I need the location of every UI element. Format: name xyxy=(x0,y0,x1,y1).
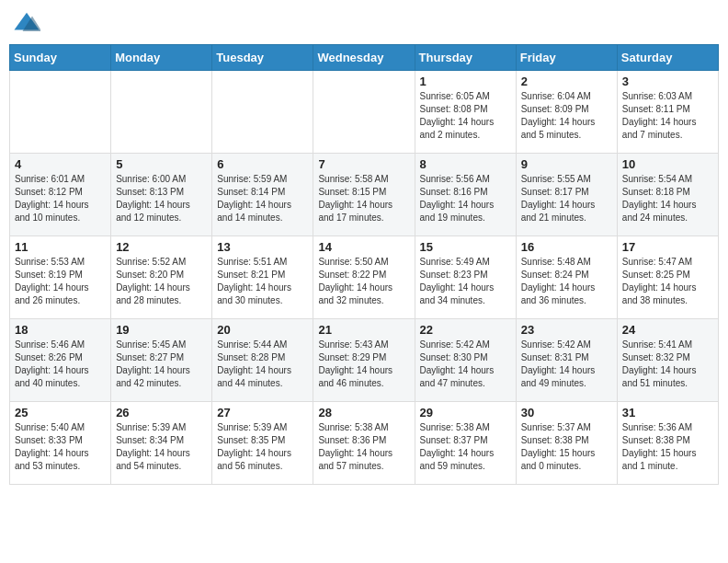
day-info: Sunrise: 6:05 AM Sunset: 8:08 PM Dayligh… xyxy=(420,90,511,142)
day-number: 20 xyxy=(217,323,308,337)
day-info: Sunrise: 5:43 AM Sunset: 8:29 PM Dayligh… xyxy=(318,339,409,390)
day-number: 19 xyxy=(116,323,207,337)
col-header-wednesday: Wednesday xyxy=(313,45,415,71)
calendar-cell xyxy=(10,71,111,154)
day-info: Sunrise: 5:46 AM Sunset: 8:26 PM Dayligh… xyxy=(15,339,106,390)
week-row-5: 25Sunrise: 5:40 AM Sunset: 8:33 PM Dayli… xyxy=(10,402,719,485)
calendar-cell: 13Sunrise: 5:51 AM Sunset: 8:21 PM Dayli… xyxy=(212,236,313,319)
day-info: Sunrise: 6:04 AM Sunset: 8:09 PM Dayligh… xyxy=(521,90,612,142)
day-info: Sunrise: 5:50 AM Sunset: 8:22 PM Dayligh… xyxy=(318,256,409,307)
week-row-3: 11Sunrise: 5:53 AM Sunset: 8:19 PM Dayli… xyxy=(10,236,719,319)
day-number: 21 xyxy=(318,323,409,337)
day-info: Sunrise: 5:54 AM Sunset: 8:18 PM Dayligh… xyxy=(622,173,713,224)
calendar-cell xyxy=(313,71,415,154)
day-info: Sunrise: 6:03 AM Sunset: 8:11 PM Dayligh… xyxy=(622,90,713,142)
calendar-cell: 7Sunrise: 5:58 AM Sunset: 8:15 PM Daylig… xyxy=(313,154,415,236)
calendar-cell: 9Sunrise: 5:55 AM Sunset: 8:17 PM Daylig… xyxy=(516,154,617,236)
calendar-cell: 31Sunrise: 5:36 AM Sunset: 8:38 PM Dayli… xyxy=(617,402,718,485)
day-info: Sunrise: 5:47 AM Sunset: 8:25 PM Dayligh… xyxy=(622,256,713,307)
day-info: Sunrise: 5:45 AM Sunset: 8:27 PM Dayligh… xyxy=(116,339,207,390)
day-info: Sunrise: 5:55 AM Sunset: 8:17 PM Dayligh… xyxy=(521,173,612,224)
calendar-cell: 11Sunrise: 5:53 AM Sunset: 8:19 PM Dayli… xyxy=(10,236,111,319)
day-number: 5 xyxy=(116,157,207,171)
day-info: Sunrise: 5:59 AM Sunset: 8:14 PM Dayligh… xyxy=(217,173,308,224)
day-number: 31 xyxy=(622,406,713,419)
day-number: 16 xyxy=(521,240,612,254)
day-number: 3 xyxy=(622,75,713,88)
day-number: 29 xyxy=(420,406,511,419)
day-info: Sunrise: 5:48 AM Sunset: 8:24 PM Dayligh… xyxy=(521,256,612,307)
day-info: Sunrise: 5:36 AM Sunset: 8:38 PM Dayligh… xyxy=(622,421,713,473)
calendar-header-row: SundayMondayTuesdayWednesdayThursdayFrid… xyxy=(10,45,719,71)
calendar-cell: 14Sunrise: 5:50 AM Sunset: 8:22 PM Dayli… xyxy=(313,236,415,319)
calendar-cell: 8Sunrise: 5:56 AM Sunset: 8:16 PM Daylig… xyxy=(415,154,516,236)
calendar-cell xyxy=(212,71,313,154)
col-header-saturday: Saturday xyxy=(617,45,718,71)
day-number: 30 xyxy=(521,406,612,419)
calendar-cell: 3Sunrise: 6:03 AM Sunset: 8:11 PM Daylig… xyxy=(617,71,718,154)
calendar-cell: 1Sunrise: 6:05 AM Sunset: 8:08 PM Daylig… xyxy=(415,71,516,154)
day-info: Sunrise: 5:51 AM Sunset: 8:21 PM Dayligh… xyxy=(217,256,308,307)
day-number: 12 xyxy=(116,240,207,254)
week-row-4: 18Sunrise: 5:46 AM Sunset: 8:26 PM Dayli… xyxy=(10,319,719,402)
calendar-cell: 18Sunrise: 5:46 AM Sunset: 8:26 PM Dayli… xyxy=(10,319,111,402)
calendar-cell: 27Sunrise: 5:39 AM Sunset: 8:35 PM Dayli… xyxy=(212,402,313,485)
day-info: Sunrise: 5:40 AM Sunset: 8:33 PM Dayligh… xyxy=(15,421,106,473)
col-header-monday: Monday xyxy=(111,45,212,71)
day-info: Sunrise: 5:49 AM Sunset: 8:23 PM Dayligh… xyxy=(420,256,511,307)
day-info: Sunrise: 5:53 AM Sunset: 8:19 PM Dayligh… xyxy=(15,256,106,307)
day-number: 22 xyxy=(420,323,511,337)
calendar-cell: 15Sunrise: 5:49 AM Sunset: 8:23 PM Dayli… xyxy=(415,236,516,319)
calendar-cell: 23Sunrise: 5:42 AM Sunset: 8:31 PM Dayli… xyxy=(516,319,617,402)
calendar-cell: 22Sunrise: 5:42 AM Sunset: 8:30 PM Dayli… xyxy=(415,319,516,402)
day-info: Sunrise: 5:38 AM Sunset: 8:37 PM Dayligh… xyxy=(420,421,511,473)
page-header xyxy=(9,9,719,37)
day-number: 28 xyxy=(318,406,409,419)
calendar-cell: 30Sunrise: 5:37 AM Sunset: 8:38 PM Dayli… xyxy=(516,402,617,485)
calendar-cell: 20Sunrise: 5:44 AM Sunset: 8:28 PM Dayli… xyxy=(212,319,313,402)
day-number: 13 xyxy=(217,240,308,254)
day-info: Sunrise: 5:37 AM Sunset: 8:38 PM Dayligh… xyxy=(521,421,612,473)
col-header-friday: Friday xyxy=(516,45,617,71)
day-number: 25 xyxy=(15,406,106,419)
day-number: 15 xyxy=(420,240,511,254)
day-number: 10 xyxy=(622,157,713,171)
day-number: 23 xyxy=(521,323,612,337)
day-number: 14 xyxy=(318,240,409,254)
calendar-cell: 2Sunrise: 6:04 AM Sunset: 8:09 PM Daylig… xyxy=(516,71,617,154)
day-number: 17 xyxy=(622,240,713,254)
calendar-cell: 21Sunrise: 5:43 AM Sunset: 8:29 PM Dayli… xyxy=(313,319,415,402)
day-number: 7 xyxy=(318,157,409,171)
day-info: Sunrise: 5:56 AM Sunset: 8:16 PM Dayligh… xyxy=(420,173,511,224)
day-info: Sunrise: 6:00 AM Sunset: 8:13 PM Dayligh… xyxy=(116,173,207,224)
calendar-cell: 29Sunrise: 5:38 AM Sunset: 8:37 PM Dayli… xyxy=(415,402,516,485)
logo xyxy=(13,9,44,37)
day-info: Sunrise: 5:39 AM Sunset: 8:35 PM Dayligh… xyxy=(217,421,308,473)
day-info: Sunrise: 6:01 AM Sunset: 8:12 PM Dayligh… xyxy=(15,173,106,224)
day-info: Sunrise: 5:58 AM Sunset: 8:15 PM Dayligh… xyxy=(318,173,409,224)
col-header-tuesday: Tuesday xyxy=(212,45,313,71)
calendar-cell: 12Sunrise: 5:52 AM Sunset: 8:20 PM Dayli… xyxy=(111,236,212,319)
day-info: Sunrise: 5:52 AM Sunset: 8:20 PM Dayligh… xyxy=(116,256,207,307)
col-header-thursday: Thursday xyxy=(415,45,516,71)
day-info: Sunrise: 5:42 AM Sunset: 8:31 PM Dayligh… xyxy=(521,339,612,390)
col-header-sunday: Sunday xyxy=(10,45,111,71)
calendar-cell: 17Sunrise: 5:47 AM Sunset: 8:25 PM Dayli… xyxy=(617,236,718,319)
day-number: 27 xyxy=(217,406,308,419)
calendar-cell: 25Sunrise: 5:40 AM Sunset: 8:33 PM Dayli… xyxy=(10,402,111,485)
day-number: 24 xyxy=(622,323,713,337)
calendar-cell: 10Sunrise: 5:54 AM Sunset: 8:18 PM Dayli… xyxy=(617,154,718,236)
calendar-table: SundayMondayTuesdayWednesdayThursdayFrid… xyxy=(9,44,719,485)
logo-icon xyxy=(13,9,40,37)
day-number: 8 xyxy=(420,157,511,171)
day-number: 26 xyxy=(116,406,207,419)
calendar-cell: 6Sunrise: 5:59 AM Sunset: 8:14 PM Daylig… xyxy=(212,154,313,236)
calendar-cell xyxy=(111,71,212,154)
calendar-cell: 4Sunrise: 6:01 AM Sunset: 8:12 PM Daylig… xyxy=(10,154,111,236)
calendar-cell: 26Sunrise: 5:39 AM Sunset: 8:34 PM Dayli… xyxy=(111,402,212,485)
day-info: Sunrise: 5:42 AM Sunset: 8:30 PM Dayligh… xyxy=(420,339,511,390)
day-number: 1 xyxy=(420,75,511,88)
calendar-cell: 28Sunrise: 5:38 AM Sunset: 8:36 PM Dayli… xyxy=(313,402,415,485)
day-number: 2 xyxy=(521,75,612,88)
calendar-cell: 19Sunrise: 5:45 AM Sunset: 8:27 PM Dayli… xyxy=(111,319,212,402)
